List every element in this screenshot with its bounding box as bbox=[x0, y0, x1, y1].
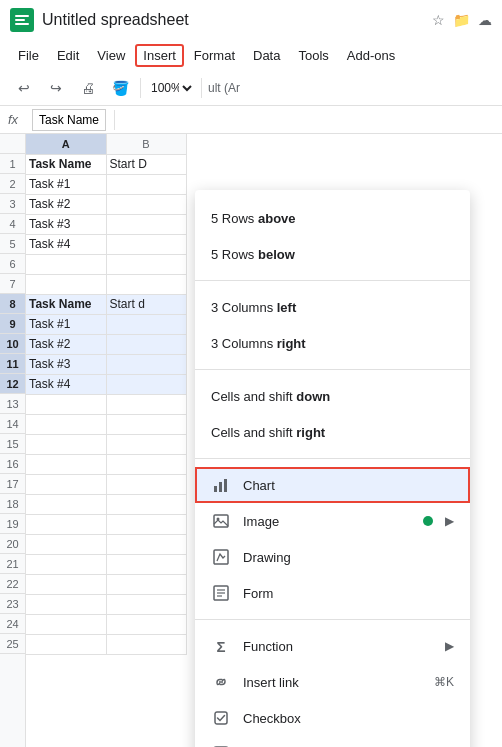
cells-down-label: Cells and shift down bbox=[211, 389, 454, 404]
rows-below-label: 5 Rows below bbox=[211, 247, 454, 262]
insert-link-shortcut: ⌘K bbox=[434, 675, 454, 689]
menu-addons[interactable]: Add-ons bbox=[339, 44, 403, 67]
menu-section-cols: 3 Columns left 3 Columns right bbox=[195, 285, 470, 365]
toolbar-divider-2 bbox=[201, 78, 202, 98]
insert-dropdown-menu: 5 Rows above 5 Rows below 3 Columns left… bbox=[195, 190, 470, 747]
toolbar: ↩ ↪ 🖨 🪣 100% 75% 50% 125% 150% ult (Ar bbox=[0, 70, 502, 106]
menu-image[interactable]: Image ▶ bbox=[195, 503, 470, 539]
logo-line bbox=[15, 23, 29, 25]
form-icon bbox=[211, 583, 231, 603]
menu-divider-3 bbox=[195, 458, 470, 459]
menu-function[interactable]: Σ Function ▶ bbox=[195, 628, 470, 664]
cols-right-label: 3 Columns right bbox=[211, 336, 454, 351]
toolbar-divider bbox=[140, 78, 141, 98]
sigma-icon: Σ bbox=[211, 636, 231, 656]
rows-above-label: 5 Rows above bbox=[211, 211, 454, 226]
menu-section-media: Chart Image ▶ bbox=[195, 463, 470, 615]
insert-link-label: Insert link bbox=[243, 675, 422, 690]
menu-view[interactable]: View bbox=[89, 44, 133, 67]
formula-divider bbox=[114, 110, 115, 130]
function-label: Function bbox=[243, 639, 433, 654]
chart-label: Chart bbox=[243, 478, 454, 493]
drawing-icon bbox=[211, 547, 231, 567]
menu-tools[interactable]: Tools bbox=[290, 44, 336, 67]
menu-chart[interactable]: Chart bbox=[195, 467, 470, 503]
cells-right-label: Cells and shift right bbox=[211, 425, 454, 440]
formula-bar: fx Task Name bbox=[0, 106, 502, 134]
checkbox-icon bbox=[211, 708, 231, 728]
link-icon bbox=[211, 672, 231, 692]
image-arrow: ▶ bbox=[445, 514, 454, 528]
menu-section-tools: Σ Function ▶ Insert link ⌘K bbox=[195, 624, 470, 747]
menu-rows-below[interactable]: 5 Rows below bbox=[195, 236, 470, 272]
drawing-label: Drawing bbox=[243, 550, 454, 565]
logo-line bbox=[15, 15, 29, 17]
spreadsheet-area: 1 2 3 4 5 6 7 8 9 10 11 12 13 14 15 16 1… bbox=[0, 134, 502, 747]
menu-divider-2 bbox=[195, 369, 470, 370]
menu-cols-right[interactable]: 3 Columns right bbox=[195, 325, 470, 361]
menu-section-rows: 5 Rows above 5 Rows below bbox=[195, 196, 470, 276]
menu-rows-above[interactable]: 5 Rows above bbox=[195, 200, 470, 236]
zoom-select[interactable]: 100% 75% 50% 125% 150% bbox=[147, 80, 195, 96]
chart-icon bbox=[211, 475, 231, 495]
cloud-icon[interactable]: ☁ bbox=[478, 12, 492, 28]
function-arrow: ▶ bbox=[445, 639, 454, 653]
document-title[interactable]: Untitled spreadsheet bbox=[42, 11, 424, 29]
menu-divider-1 bbox=[195, 280, 470, 281]
menu-cols-left[interactable]: 3 Columns left bbox=[195, 289, 470, 325]
fx-label: fx bbox=[8, 112, 24, 127]
image-icon bbox=[211, 511, 231, 531]
menu-insert-link[interactable]: Insert link ⌘K bbox=[195, 664, 470, 700]
print-button[interactable]: 🖨 bbox=[74, 74, 102, 102]
app-logo bbox=[10, 8, 34, 32]
menu-divider-4 bbox=[195, 619, 470, 620]
image-label: Image bbox=[243, 514, 407, 529]
menu-cells-down[interactable]: Cells and shift down bbox=[195, 378, 470, 414]
menu-section-cells: Cells and shift down Cells and shift rig… bbox=[195, 374, 470, 454]
menu-format[interactable]: Format bbox=[186, 44, 243, 67]
redo-button[interactable]: ↪ bbox=[42, 74, 70, 102]
checkbox-label: Checkbox bbox=[243, 711, 454, 726]
title-bar: Untitled spreadsheet ☆ 📁 ☁ bbox=[0, 0, 502, 40]
menu-drawing[interactable]: Drawing bbox=[195, 539, 470, 575]
form-label: Form bbox=[243, 586, 454, 601]
folder-icon[interactable]: 📁 bbox=[453, 12, 470, 28]
menu-edit[interactable]: Edit bbox=[49, 44, 87, 67]
menu-cells-right[interactable]: Cells and shift right bbox=[195, 414, 470, 450]
menu-bar: File Edit View Insert Format Data Tools … bbox=[0, 40, 502, 70]
menu-file[interactable]: File bbox=[10, 44, 47, 67]
svg-rect-3 bbox=[214, 515, 228, 527]
svg-rect-0 bbox=[214, 486, 217, 492]
menu-checkbox[interactable]: Checkbox bbox=[195, 700, 470, 736]
more-toolbar-label: ult (Ar bbox=[208, 81, 240, 95]
dropdown-overlay: 5 Rows above 5 Rows below 3 Columns left… bbox=[0, 134, 502, 747]
menu-insert[interactable]: Insert bbox=[135, 44, 184, 67]
svg-rect-5 bbox=[214, 550, 228, 564]
star-icon[interactable]: ☆ bbox=[432, 12, 445, 28]
menu-form[interactable]: Form bbox=[195, 575, 470, 611]
cols-left-label: 3 Columns left bbox=[211, 300, 454, 315]
title-actions: ☆ 📁 ☁ bbox=[432, 12, 492, 28]
menu-comment[interactable]: Comment ⌘+Option+M bbox=[195, 736, 470, 747]
undo-button[interactable]: ↩ bbox=[10, 74, 38, 102]
logo-line bbox=[15, 19, 25, 21]
paint-format-button[interactable]: 🪣 bbox=[106, 74, 134, 102]
image-dot bbox=[423, 516, 433, 526]
svg-rect-2 bbox=[224, 479, 227, 492]
menu-data[interactable]: Data bbox=[245, 44, 288, 67]
svg-rect-1 bbox=[219, 482, 222, 492]
cell-reference[interactable]: Task Name bbox=[32, 109, 106, 131]
